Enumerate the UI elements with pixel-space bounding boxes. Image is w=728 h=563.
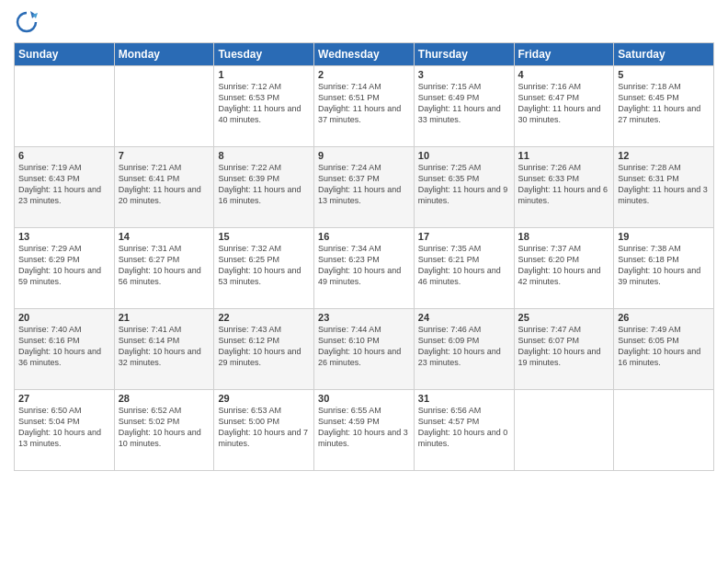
day-number: 5 <box>618 69 710 80</box>
day-number: 12 <box>618 150 710 161</box>
calendar-cell: 19Sunrise: 7:38 AMSunset: 6:18 PMDayligh… <box>614 228 714 309</box>
calendar-cell: 13Sunrise: 7:29 AMSunset: 6:29 PMDayligh… <box>15 228 115 309</box>
day-number: 7 <box>119 150 210 161</box>
day-info: Sunrise: 7:14 AMSunset: 6:51 PMDaylight:… <box>318 81 410 126</box>
calendar-cell: 1Sunrise: 7:12 AMSunset: 6:53 PMDaylight… <box>214 66 314 147</box>
day-number: 2 <box>318 69 410 80</box>
day-info: Sunrise: 7:32 AMSunset: 6:25 PMDaylight:… <box>218 243 310 288</box>
weekday-header: Sunday <box>15 43 115 66</box>
day-number: 8 <box>218 150 310 161</box>
day-info: Sunrise: 6:50 AMSunset: 5:04 PMDaylight:… <box>18 405 110 450</box>
day-info: Sunrise: 7:46 AMSunset: 6:09 PMDaylight:… <box>418 324 510 369</box>
day-info: Sunrise: 7:43 AMSunset: 6:12 PMDaylight:… <box>218 324 310 369</box>
day-number: 17 <box>418 231 510 242</box>
weekday-header: Friday <box>514 43 614 66</box>
weekday-header: Saturday <box>614 43 714 66</box>
day-info: Sunrise: 7:16 AMSunset: 6:47 PMDaylight:… <box>518 81 610 126</box>
day-number: 20 <box>18 312 110 323</box>
calendar-cell: 11Sunrise: 7:26 AMSunset: 6:33 PMDayligh… <box>514 147 614 228</box>
calendar-cell: 30Sunrise: 6:55 AMSunset: 4:59 PMDayligh… <box>314 390 415 471</box>
calendar-cell: 31Sunrise: 6:56 AMSunset: 4:57 PMDayligh… <box>414 390 514 471</box>
calendar-cell: 29Sunrise: 6:53 AMSunset: 5:00 PMDayligh… <box>214 390 314 471</box>
day-number: 4 <box>518 69 610 80</box>
day-number: 31 <box>418 393 510 404</box>
day-info: Sunrise: 6:55 AMSunset: 4:59 PMDaylight:… <box>318 405 410 450</box>
calendar-cell: 23Sunrise: 7:44 AMSunset: 6:10 PMDayligh… <box>314 309 415 390</box>
calendar-cell: 21Sunrise: 7:41 AMSunset: 6:14 PMDayligh… <box>114 309 214 390</box>
weekday-header: Monday <box>114 43 214 66</box>
calendar-week-row: 1Sunrise: 7:12 AMSunset: 6:53 PMDaylight… <box>15 66 714 147</box>
day-info: Sunrise: 7:12 AMSunset: 6:53 PMDaylight:… <box>218 81 310 126</box>
day-number: 23 <box>318 312 410 323</box>
calendar-cell: 17Sunrise: 7:35 AMSunset: 6:21 PMDayligh… <box>414 228 514 309</box>
day-info: Sunrise: 7:24 AMSunset: 6:37 PMDaylight:… <box>318 162 410 207</box>
calendar-cell: 20Sunrise: 7:40 AMSunset: 6:16 PMDayligh… <box>15 309 115 390</box>
day-info: Sunrise: 7:40 AMSunset: 6:16 PMDaylight:… <box>18 324 110 369</box>
day-info: Sunrise: 7:26 AMSunset: 6:33 PMDaylight:… <box>518 162 610 207</box>
day-number: 15 <box>218 231 310 242</box>
day-info: Sunrise: 7:35 AMSunset: 6:21 PMDaylight:… <box>418 243 510 288</box>
day-number: 25 <box>518 312 610 323</box>
calendar-page: SundayMondayTuesdayWednesdayThursdayFrid… <box>0 0 728 563</box>
logo-icon <box>14 9 40 35</box>
calendar-cell: 5Sunrise: 7:18 AMSunset: 6:45 PMDaylight… <box>614 66 714 147</box>
day-number: 18 <box>518 231 610 242</box>
calendar-cell: 24Sunrise: 7:46 AMSunset: 6:09 PMDayligh… <box>414 309 514 390</box>
day-number: 28 <box>119 393 210 404</box>
day-number: 3 <box>418 69 510 80</box>
calendar-cell: 15Sunrise: 7:32 AMSunset: 6:25 PMDayligh… <box>214 228 314 309</box>
day-number: 21 <box>119 312 210 323</box>
day-number: 11 <box>518 150 610 161</box>
day-info: Sunrise: 7:41 AMSunset: 6:14 PMDaylight:… <box>119 324 210 369</box>
day-number: 16 <box>318 231 410 242</box>
day-info: Sunrise: 7:25 AMSunset: 6:35 PMDaylight:… <box>418 162 510 207</box>
day-info: Sunrise: 7:21 AMSunset: 6:41 PMDaylight:… <box>119 162 210 207</box>
header <box>14 9 714 35</box>
day-number: 24 <box>418 312 510 323</box>
day-info: Sunrise: 7:18 AMSunset: 6:45 PMDaylight:… <box>618 81 710 126</box>
calendar-cell: 4Sunrise: 7:16 AMSunset: 6:47 PMDaylight… <box>514 66 614 147</box>
calendar-cell: 28Sunrise: 6:52 AMSunset: 5:02 PMDayligh… <box>114 390 214 471</box>
calendar-cell: 26Sunrise: 7:49 AMSunset: 6:05 PMDayligh… <box>614 309 714 390</box>
day-number: 6 <box>18 150 110 161</box>
weekday-header: Thursday <box>414 43 514 66</box>
day-info: Sunrise: 6:53 AMSunset: 5:00 PMDaylight:… <box>218 405 310 450</box>
day-number: 13 <box>18 231 110 242</box>
calendar-cell: 2Sunrise: 7:14 AMSunset: 6:51 PMDaylight… <box>314 66 415 147</box>
day-number: 1 <box>218 69 310 80</box>
day-info: Sunrise: 7:28 AMSunset: 6:31 PMDaylight:… <box>618 162 710 207</box>
day-number: 9 <box>318 150 410 161</box>
day-info: Sunrise: 7:15 AMSunset: 6:49 PMDaylight:… <box>418 81 510 126</box>
day-number: 22 <box>218 312 310 323</box>
calendar-cell <box>614 390 714 471</box>
day-number: 29 <box>218 393 310 404</box>
day-info: Sunrise: 7:22 AMSunset: 6:39 PMDaylight:… <box>218 162 310 207</box>
calendar-cell <box>114 66 214 147</box>
day-info: Sunrise: 7:34 AMSunset: 6:23 PMDaylight:… <box>318 243 410 288</box>
day-info: Sunrise: 7:38 AMSunset: 6:18 PMDaylight:… <box>618 243 710 288</box>
day-number: 27 <box>18 393 110 404</box>
calendar-cell: 25Sunrise: 7:47 AMSunset: 6:07 PMDayligh… <box>514 309 614 390</box>
logo <box>14 9 42 35</box>
calendar-header-row: SundayMondayTuesdayWednesdayThursdayFrid… <box>15 43 714 66</box>
calendar-cell: 9Sunrise: 7:24 AMSunset: 6:37 PMDaylight… <box>314 147 415 228</box>
day-info: Sunrise: 7:47 AMSunset: 6:07 PMDaylight:… <box>518 324 610 369</box>
weekday-header: Wednesday <box>314 43 415 66</box>
calendar-week-row: 27Sunrise: 6:50 AMSunset: 5:04 PMDayligh… <box>15 390 714 471</box>
day-info: Sunrise: 7:29 AMSunset: 6:29 PMDaylight:… <box>18 243 110 288</box>
calendar-cell: 27Sunrise: 6:50 AMSunset: 5:04 PMDayligh… <box>15 390 115 471</box>
calendar-cell: 12Sunrise: 7:28 AMSunset: 6:31 PMDayligh… <box>614 147 714 228</box>
calendar-cell: 7Sunrise: 7:21 AMSunset: 6:41 PMDaylight… <box>114 147 214 228</box>
calendar-cell: 22Sunrise: 7:43 AMSunset: 6:12 PMDayligh… <box>214 309 314 390</box>
calendar-week-row: 6Sunrise: 7:19 AMSunset: 6:43 PMDaylight… <box>15 147 714 228</box>
calendar-cell: 18Sunrise: 7:37 AMSunset: 6:20 PMDayligh… <box>514 228 614 309</box>
day-number: 14 <box>119 231 210 242</box>
weekday-header: Tuesday <box>214 43 314 66</box>
calendar-cell: 10Sunrise: 7:25 AMSunset: 6:35 PMDayligh… <box>414 147 514 228</box>
day-info: Sunrise: 6:56 AMSunset: 4:57 PMDaylight:… <box>418 405 510 450</box>
day-number: 26 <box>618 312 710 323</box>
calendar-week-row: 20Sunrise: 7:40 AMSunset: 6:16 PMDayligh… <box>15 309 714 390</box>
day-info: Sunrise: 7:37 AMSunset: 6:20 PMDaylight:… <box>518 243 610 288</box>
calendar-cell <box>514 390 614 471</box>
calendar-cell <box>15 66 115 147</box>
